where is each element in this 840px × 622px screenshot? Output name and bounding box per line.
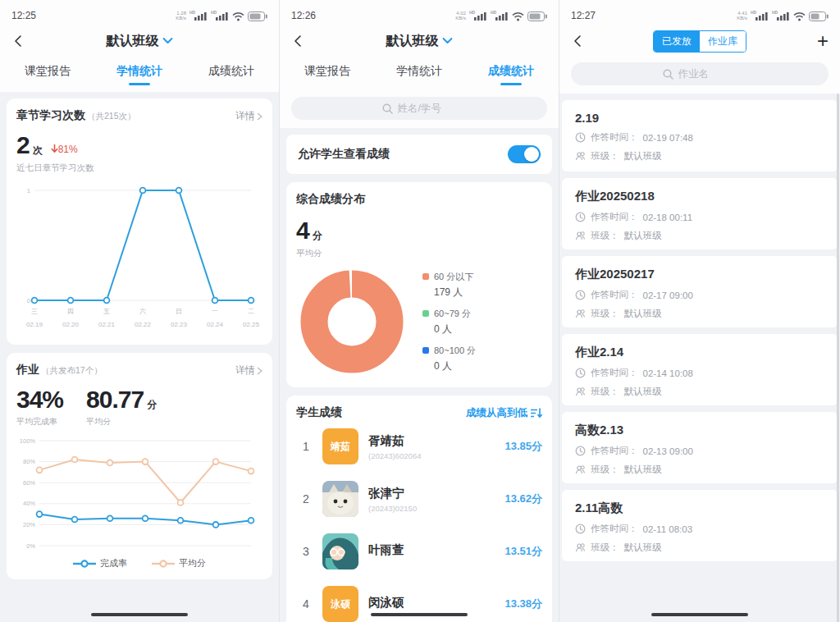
student-name: 张津宁 [368,487,404,500]
search-icon [663,69,673,80]
legend-60-79: 60~79 分 0 人 [422,308,476,336]
status-bar: 12:27 4.41KB/s HD HD [559,0,840,25]
tab-learning-stats[interactable]: 学情统计 [396,64,442,85]
card-title: 作业 [16,363,39,377]
back-icon[interactable] [11,34,26,48]
detail-link[interactable]: 详情 [235,364,262,377]
battery-icon [809,11,829,21]
avg-score-unit: 分 [147,398,157,412]
panel-score-stats: 12:26 4.02KB/s HD HD 默认班级 课堂报告 学情统计 成绩统计 [280,0,559,622]
avg-score-value: 4 [296,217,309,245]
svg-text:02.22: 02.22 [135,321,152,328]
homework-item[interactable]: 作业2.14 作答时间：02-14 10:08 班级：默认班级 [562,334,838,405]
home-indicator[interactable] [651,613,748,616]
svg-text:三: 三 [31,308,38,315]
homework-search-box[interactable] [571,62,829,85]
avg-score-unit: 分 [313,229,322,243]
card-title: 学生成绩 [296,405,342,420]
student-search-input[interactable] [398,103,457,114]
homework-item[interactable]: 作业20250217 作答时间：02-17 09:00 班级：默认班级 [562,256,838,327]
donut-legend: 60 分以下 179 人 60~79 分 0 人 80~100 分 0 人 [422,271,476,373]
class-icon [575,151,586,162]
homework-item[interactable]: 2.11高数 作答时间：02-11 08:03 班级：默认班级 [562,490,838,561]
student-row[interactable]: 2 张津宁(20243)02150 13.62分 [296,473,542,525]
legend-count: 179 人 [434,286,476,300]
svg-text:02.23: 02.23 [171,321,188,328]
net-speed: 4.02KB/s [455,11,466,21]
allow-view-score-toggle[interactable] [508,145,541,163]
svg-text:HD: HD [469,10,476,15]
homework-name: 作业20250218 [575,189,824,204]
svg-text:六: 六 [139,308,146,315]
scrollbar[interactable] [837,94,839,622]
class-icon [575,542,586,553]
homework-line-chart: 0%20%40%60%80%100% [16,432,262,552]
avg-score-value: 80.77 [86,386,144,414]
svg-text:100%: 100% [20,437,36,445]
legend-swatch [422,273,429,280]
student-search-box[interactable] [291,97,547,120]
tab-class-report[interactable]: 课堂报告 [25,64,71,85]
nav-bar: 默认班级 [280,25,559,57]
tab-score-stats[interactable]: 成绩统计 [488,64,534,85]
svg-text:60%: 60% [23,479,35,487]
homework-item[interactable]: 作业20250218 作答时间：02-18 00:11 班级：默认班级 [562,178,838,249]
student-id: (20243)602064 [368,451,421,460]
legend-below-60: 60 分以下 179 人 [422,271,476,300]
svg-text:HD: HD [772,10,778,15]
avatar [322,481,358,517]
battery-icon [248,11,267,21]
legend-swatch [422,310,429,317]
student-row[interactable]: 1 靖茹 胥靖茹(20243)602064 13.85分 [296,420,542,473]
home-indicator[interactable] [371,613,468,616]
status-time: 12:26 [291,10,316,21]
sort-control[interactable]: 成绩从高到低 [466,406,542,420]
svg-text:0: 0 [27,297,30,304]
back-icon[interactable] [571,34,586,48]
homework-search-input[interactable] [678,68,737,80]
segment-published[interactable]: 已发放 [654,31,700,52]
chevron-right-icon [257,367,262,375]
tab-learning-stats[interactable]: 学情统计 [116,64,162,85]
student-row[interactable]: 3 叶雨萱 13.51分 [296,525,542,578]
status-icons: 4.41KB/s HD HD [737,10,829,21]
student-score: 13.38分 [504,597,542,611]
add-homework-button[interactable]: + [817,33,829,49]
signal-hd-icon: HD [751,10,769,21]
back-icon[interactable] [291,34,306,48]
homework-name: 高数2.13 [575,423,824,438]
homework-item[interactable]: 2.19 作答时间：02-19 07:48 班级：默认班级 [562,100,838,172]
segment-library[interactable]: 作业库 [700,31,746,52]
student-scores-card: 学生成绩 成绩从高到低 1 靖茹 胥靖茹(20243)602064 13.85分… [286,396,552,622]
avatar-photo [322,533,358,569]
clock-icon [575,446,586,456]
class-selector[interactable]: 默认班级 [107,33,173,50]
panel-homework-list: 12:27 4.41KB/s HD HD 已发放 作业库 + [559,0,840,622]
status-icons: 4.02KB/s HD HD [455,10,547,21]
svg-text:五: 五 [103,308,110,315]
svg-text:HD: HD [751,10,757,15]
class-selector[interactable]: 默认班级 [386,33,453,50]
clock-icon [575,368,586,378]
svg-text:02.25: 02.25 [243,321,260,328]
status-bar: 12:25 1.28KB/s HD HD [0,0,279,25]
chevron-right-icon [257,112,262,121]
score-donut-chart [296,266,408,377]
student-name: 闵泳硕 [368,596,404,609]
screen: 12:25 1.28KB/s HD HD 默认班级 课堂报告 学情统计 成绩统计 [0,0,840,622]
homework-item[interactable]: 高数2.13 作答时间：02-13 09:00 班级：默认班级 [562,412,838,483]
class-icon [575,386,586,397]
home-indicator[interactable] [91,613,188,616]
svg-text:02.19: 02.19 [26,321,43,328]
detail-link[interactable]: 详情 [235,109,262,123]
tab-class-report[interactable]: 课堂报告 [304,64,350,85]
learning-content: 章节学习次数 （共215次） 详情 2 次 81% 近七日章节学习次数 01三0… [0,92,279,622]
card-title: 综合成绩分布 [296,192,365,207]
legend-line-icon [152,560,175,568]
status-icons: 1.28KB/s HD HD [176,10,267,21]
svg-text:20%: 20% [23,521,35,528]
tab-score-stats[interactable]: 成绩统计 [208,64,254,85]
arrow-down-icon [51,144,58,153]
page-title: 默认班级 [107,33,159,50]
legend-count: 0 人 [434,359,476,373]
